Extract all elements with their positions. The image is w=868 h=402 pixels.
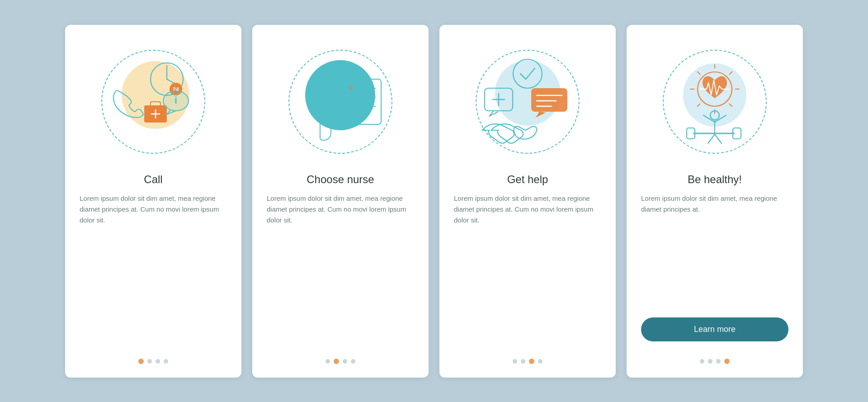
call-text: Lorem ipsum dolor sit dim amet, mea regi… [80, 193, 227, 346]
card-call: 24 i Call [65, 25, 241, 378]
svg-point-13 [323, 65, 343, 85]
cards-container: 24 i Call [47, 7, 821, 396]
dot-1 [513, 359, 517, 364]
dot-1 [700, 359, 704, 364]
dot-2 [147, 359, 152, 364]
help-icon-area [469, 43, 586, 161]
svg-line-46 [715, 115, 726, 122]
nurse-icon-area [282, 43, 399, 161]
svg-rect-27 [531, 88, 567, 112]
healthy-illustration [665, 52, 764, 151]
help-title: Get help [507, 173, 548, 186]
nurse-text: Lorem ipsum dolor sit dim amet, mea regi… [267, 193, 414, 346]
learn-more-button[interactable]: Learn more [641, 317, 788, 341]
call-title: Call [144, 173, 162, 186]
healthy-icon-area [656, 43, 774, 161]
healthy-dots [700, 359, 730, 364]
dot-2 [521, 359, 525, 364]
nurse-dots [326, 359, 355, 364]
svg-line-39 [698, 71, 700, 74]
dot-4 [724, 359, 730, 364]
svg-line-35 [730, 104, 732, 106]
card-choose-nurse: Choose nurse Lorem ipsum dolor sit dim a… [252, 25, 429, 378]
dot-4 [164, 359, 168, 364]
svg-line-33 [730, 71, 732, 74]
svg-line-48 [715, 134, 722, 143]
healthy-text: Lorem ipsum dolor sit dim amet, mea regi… [641, 193, 788, 308]
svg-point-18 [349, 95, 354, 100]
dot-2 [708, 359, 712, 364]
call-dots [138, 359, 168, 364]
dot-3 [343, 359, 347, 364]
card-get-help: Get help Lorem ipsum dolor sit dim amet,… [439, 25, 616, 378]
nurse-illustration [291, 52, 390, 151]
svg-point-19 [349, 104, 354, 109]
dot-3 [156, 359, 160, 364]
dot-2 [334, 359, 339, 364]
card-be-healthy: Be healthy! Lorem ipsum dolor sit dim am… [627, 25, 803, 378]
dot-1 [138, 359, 144, 364]
svg-point-23 [513, 59, 542, 88]
dot-1 [326, 359, 330, 364]
help-dots [513, 359, 542, 364]
dot-3 [716, 359, 721, 364]
dot-4 [351, 359, 355, 364]
svg-point-17 [350, 87, 353, 90]
nurse-title: Choose nurse [307, 173, 374, 186]
svg-line-2 [167, 79, 175, 84]
svg-text:i: i [175, 95, 177, 106]
help-illustration [478, 52, 577, 151]
dot-3 [529, 359, 534, 364]
call-icon-area: 24 i [94, 43, 212, 161]
dot-4 [538, 359, 542, 364]
svg-line-47 [708, 134, 715, 143]
svg-line-37 [698, 104, 700, 106]
help-text: Lorem ipsum dolor sit dim amet, mea regi… [454, 193, 601, 346]
call-illustration: 24 i [104, 52, 203, 151]
svg-line-45 [703, 115, 715, 122]
healthy-title: Be healthy! [688, 173, 742, 186]
